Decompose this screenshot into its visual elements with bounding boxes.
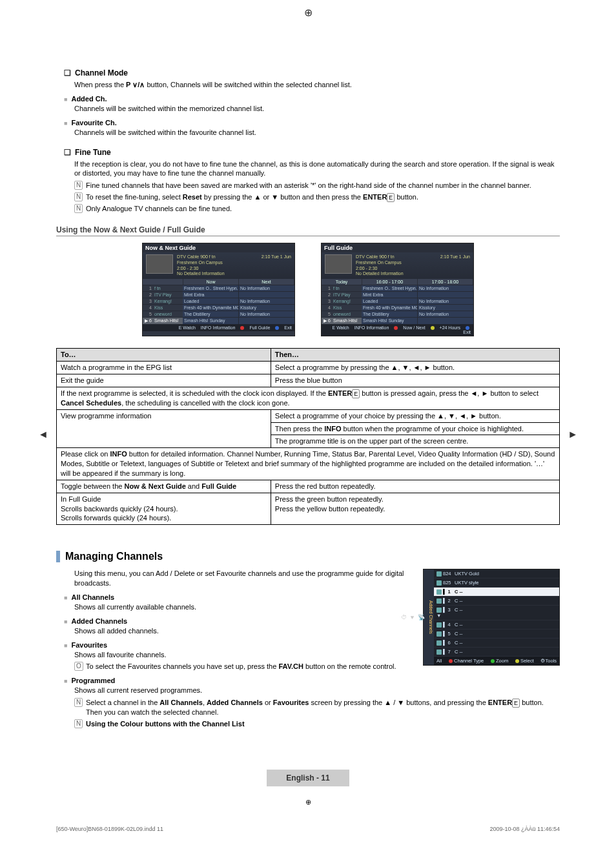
col-now: Now: [183, 279, 239, 285]
guide-row: 3Kerrang!LoadedNo Information: [322, 298, 473, 304]
file-path: [650-Weuro]BN68-01899K-02L09.indd 11: [56, 826, 163, 832]
guide-thumbnail: [146, 254, 173, 274]
txt: Press the yellow button repeatedly.: [275, 504, 555, 514]
foot-info: INFO Information: [201, 325, 236, 330]
sub-added-ch: ■Added Ch.: [64, 95, 560, 103]
guide-row: ▶ 6Smash Hits!Smash Hits! Sunday: [322, 317, 473, 324]
sub-fav-ch: ■Favourite Ch.: [64, 119, 560, 127]
row-slot1: Fresh 40 with Dynamite MC: [183, 305, 239, 311]
txt: button, Channels will be switched within…: [145, 81, 351, 88]
td: Then press the INFO button when the prog…: [271, 422, 559, 435]
section-title: Managing Channels: [65, 551, 163, 562]
channel-num: ▌ 1: [436, 589, 455, 595]
red-dot-icon: [240, 326, 244, 330]
channel-name: C --: [455, 649, 557, 655]
added-channels-title: Added Channels: [71, 617, 127, 625]
note-icon: N: [74, 698, 83, 707]
row-ch: Kiss: [153, 305, 183, 311]
tv-icon: [436, 640, 442, 646]
txt: 2:00 - 2:30: [356, 266, 436, 272]
guide-time: 2:10 Tue 1 Jun: [262, 254, 291, 259]
txt: All Channels: [159, 699, 203, 706]
txt: INFO: [110, 450, 127, 458]
channel-name: UKTV Gold: [455, 571, 557, 577]
txt: button is pressed again, press the ◄, ► …: [360, 389, 539, 397]
row-slot2: [418, 292, 473, 298]
row-num: ▶ 6: [322, 318, 332, 324]
added-ch-title: Added Ch.: [71, 95, 107, 103]
row-num: 1: [143, 285, 153, 291]
print-registration-mark: ⊕: [304, 6, 313, 19]
blue-dot-icon: [275, 326, 279, 330]
td: Press the green button repeatedly. Press…: [271, 493, 559, 525]
programmed-note2: N Using the Colour buttons with the Chan…: [74, 719, 560, 729]
txt: Added Channels: [207, 699, 263, 706]
guide-row: ▶ 6Smash Hits!Smash Hits! Sunday: [143, 317, 294, 324]
guide-row: 2ITV PlayMint Extra: [143, 291, 294, 298]
txt: screen by pressing the ▲ / ▼ buttons, an…: [309, 699, 488, 706]
bullet-icon: ■: [64, 678, 67, 684]
managing-body: Added Channels 📡 ♥ ⏱ 824UKTV Gold825UKTV…: [56, 569, 560, 731]
tv-icon: [436, 598, 442, 604]
instruction-table: To… Then… Watch a programme in the EPG l…: [56, 348, 560, 525]
note-icon: N: [74, 192, 83, 201]
heading-using-guide: Using the Now & Next Guide / Full Guide: [56, 225, 560, 236]
guide-row: 4KissFresh 40 with Dynamite MCKisstory: [143, 304, 294, 311]
row-slot1: The Distillery: [362, 311, 418, 317]
row-num: 3: [143, 298, 153, 304]
heading-fine-tune-text: Fine Tune: [75, 148, 111, 157]
row-ch: Kiss: [332, 305, 362, 311]
fine-tune-note2: N To reset the fine-tuning, select Reset…: [74, 192, 560, 202]
col-slot1: 16:00 - 17:00: [362, 279, 418, 285]
enter-icon: E: [352, 389, 360, 398]
print-registration-mark: ⊕: [56, 798, 560, 806]
txt: FAV.CH: [278, 662, 303, 670]
guide-row: 3Kerrang!LoadedNo Information: [143, 298, 294, 304]
side-arrow-right: ►: [568, 429, 578, 440]
tv-icon: [436, 580, 442, 586]
fine-tune-note1: NFine tuned channels that have been save…: [74, 181, 560, 190]
programmed-title: Programmed: [71, 677, 115, 684]
tv-icon: [436, 631, 442, 637]
row-slot2: [418, 318, 473, 324]
txt: No Detailed Information: [177, 271, 258, 277]
channel-num: 824: [436, 571, 455, 577]
page-number-label: English - 11: [267, 770, 349, 786]
channel-name: C --: [455, 631, 557, 637]
section-bar-icon: [56, 551, 60, 562]
row-num: 3: [322, 298, 332, 304]
txt: Only Analogue TV channels can be fine tu…: [86, 205, 232, 212]
row-slot2: [239, 318, 294, 324]
guide-rows: 1f tnFreshmen O.. Street Hypn..No Inform…: [143, 285, 294, 324]
row-num: 5: [322, 311, 332, 317]
txt: Freshmen On Campus: [177, 260, 258, 266]
tv-icon: [436, 589, 442, 595]
txt: Toggle between the: [61, 482, 124, 490]
channel-name: C --: [455, 607, 557, 619]
bullet-icon: ■: [64, 120, 67, 127]
row-slot2: No Information: [418, 285, 473, 291]
txt: ENTER: [363, 193, 387, 201]
txt: DTV Cable 900 f tn: [356, 254, 436, 260]
txt: P ∨/∧: [126, 81, 145, 88]
txt: Reset: [183, 193, 202, 201]
antenna-icon: 📡: [418, 614, 425, 620]
row-ch: Kerrang!: [153, 298, 183, 304]
fine-tune-body: If the reception is clear, you do not ha…: [74, 159, 560, 179]
txt: Freshmen On Campus: [356, 260, 436, 266]
channel-row: ▌ 5C --: [434, 629, 559, 639]
foot-exit: Exit: [284, 325, 292, 330]
td-span: If the next programme is selected, it is…: [57, 387, 560, 409]
guide-title: Full Guide: [322, 243, 473, 252]
full-guide-box: Full Guide DTV Cable 900 f tn Freshmen O…: [321, 243, 474, 336]
guide-meta: DTV Cable 900 f tn Freshmen On Campus 2:…: [356, 254, 436, 277]
td: The programme title is on the upper part…: [271, 435, 559, 448]
programmed-note1: N Select a channel in the All Channels, …: [74, 698, 560, 717]
row-slot2: No Information: [239, 285, 294, 291]
col-empty: [143, 279, 183, 285]
guide-rows: 1f tnFreshmen O.. Street Hypn..No Inform…: [322, 285, 473, 324]
channel-row: 824UKTV Gold: [434, 569, 559, 578]
txt: button.: [395, 193, 418, 201]
channel-row: ▌ 3 ▼C --: [434, 606, 559, 620]
txt: Scrolls backwards quickly (24 hours).: [61, 504, 267, 514]
